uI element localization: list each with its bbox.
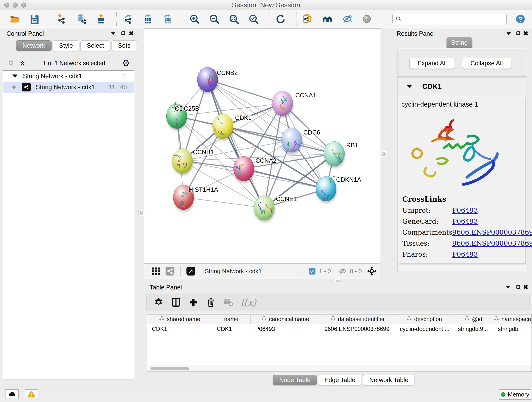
collapse-all-button[interactable]: Collapse All (462, 58, 511, 69)
column-header-description[interactable]: description (395, 314, 453, 324)
svg-text:?: ? (518, 16, 522, 23)
tab-string[interactable]: String (447, 37, 472, 48)
column-header-name[interactable]: name (212, 314, 251, 324)
network-node-CDKN1A[interactable]: CDKN1A (316, 176, 361, 203)
results-panel-menu-icon[interactable] (506, 32, 511, 35)
column-header--id[interactable]: @id (453, 314, 493, 324)
table-cell[interactable]: cyclin-dependent ... (395, 324, 453, 334)
results-scrollbar[interactable] (399, 264, 526, 271)
table-panel-menu-icon[interactable] (506, 286, 510, 289)
table-cell[interactable]: 9606.ENSP00000378699 (320, 324, 395, 334)
network-node-CDC6[interactable]: CDC6 (281, 128, 320, 154)
network-node-CCNB1[interactable]: CCNB1 (172, 148, 214, 175)
table-cell[interactable]: P06493 (251, 324, 320, 334)
warning-button[interactable] (25, 389, 38, 399)
hidden-eye-icon[interactable] (338, 267, 347, 275)
zoom-out-icon[interactable] (209, 14, 220, 24)
add-column-icon[interactable] (188, 297, 198, 307)
results-panel-close-icon[interactable]: ✖ (523, 31, 528, 37)
share-document-icon[interactable] (302, 14, 313, 24)
help-icon[interactable]: ? (515, 14, 525, 24)
column-header-database-identifier[interactable]: database identifier (320, 314, 395, 324)
import-network-from-database-icon[interactable] (76, 14, 87, 24)
network-collection-row[interactable]: String Network - cdk1 1 (3, 70, 134, 82)
tab-node-table[interactable]: Node Table (273, 375, 317, 385)
network-node-CDK1[interactable]: CDK1 (212, 114, 252, 141)
table-settings-gear-icon[interactable] (153, 297, 164, 307)
network-canvas[interactable]: CCNB2CCNA1CDC25BCDK1CDC6RB1CCNB1CCNA2CDK… (144, 29, 380, 263)
import-network-icon[interactable] (56, 14, 67, 24)
gene-expander-icon[interactable] (407, 85, 412, 88)
cloud-button[interactable] (5, 389, 19, 399)
tab-sets[interactable]: Sets (112, 40, 137, 51)
show-graphics-icon[interactable] (361, 14, 372, 24)
zoom-fit-icon[interactable] (229, 14, 239, 24)
network-node-HIST1H1A[interactable]: HIST1H1A (173, 185, 218, 212)
table-cell[interactable]: CDK1 (212, 324, 251, 334)
tab-network-table[interactable]: Network Table (363, 375, 415, 385)
results-panel-float-icon[interactable] (516, 32, 520, 35)
refresh-icon[interactable] (275, 14, 286, 24)
network-node-CCNB2[interactable]: CCNB2 (197, 67, 238, 94)
right-splitter-grip[interactable] (381, 151, 387, 157)
memory-button[interactable]: Memory (499, 389, 531, 400)
pan-crosshair-icon[interactable] (367, 266, 377, 276)
network-edge[interactable] (208, 80, 283, 103)
table-cell[interactable]: stringdb:9... (453, 324, 493, 334)
export-network-icon[interactable] (123, 14, 133, 24)
crosslink-link[interactable]: 9606.ENSP00000378699 (452, 240, 532, 247)
left-splitter-grip[interactable] (138, 210, 144, 216)
zoom-in-icon[interactable] (189, 14, 200, 24)
zoom-selected-icon[interactable] (248, 14, 259, 24)
show-columns-icon[interactable] (171, 297, 181, 307)
table-cell[interactable]: CDK1 (147, 324, 212, 334)
control-panel-menu-icon[interactable] (111, 32, 115, 35)
birds-eye-view-icon[interactable] (186, 266, 196, 276)
export-image-icon[interactable] (162, 14, 173, 24)
table-panel-close-icon[interactable]: ✖ (523, 284, 528, 290)
network-options-gear-icon[interactable]: ⚙ (122, 58, 130, 68)
network-node-CCNA2[interactable]: CCNA2 (234, 156, 277, 183)
expand-all-networks-icon[interactable] (19, 60, 26, 66)
expand-all-button[interactable]: Expand All (409, 58, 455, 69)
table-scrollbar[interactable] (147, 366, 532, 371)
grid-view-icon[interactable] (151, 266, 161, 276)
network-view: CCNB2CCNA1CDC25BCDK1CDC6RB1CCNB1CCNA2CDK… (144, 28, 381, 279)
crosslink-link[interactable]: P06493 (452, 217, 478, 225)
table-panel-float-icon[interactable] (516, 285, 520, 289)
table-cell[interactable]: stringdb (493, 324, 532, 334)
home-icon[interactable] (322, 14, 333, 24)
column-header-canonical-name[interactable]: canonical name (251, 314, 320, 324)
column-header-namespace[interactable]: namespace (493, 314, 532, 324)
crosslink-link[interactable]: P06493 (452, 250, 478, 258)
gene-header[interactable]: CDK1 (398, 77, 527, 96)
network-edge[interactable] (184, 197, 264, 208)
network-node-RB1[interactable]: RB1 (324, 141, 358, 168)
control-panel-close-icon[interactable]: ✖ (128, 31, 134, 37)
collection-expander-icon[interactable] (12, 75, 17, 78)
tab-select[interactable]: Select (80, 40, 110, 51)
network-node-CCNA1[interactable]: CCNA1 (272, 91, 317, 118)
table-header-row: shared namenamecanonical namedatabase id… (147, 314, 532, 324)
save-session-icon[interactable] (29, 14, 40, 24)
control-panel-float-icon[interactable] (121, 32, 125, 35)
import-table-icon[interactable] (96, 14, 106, 24)
selected-checkbox-icon[interactable] (308, 268, 316, 275)
network-share-icon[interactable] (165, 266, 175, 276)
crosslink-link[interactable]: 9606.ENSP00000378699 (452, 229, 532, 236)
delete-column-icon[interactable] (206, 297, 216, 307)
column-header-shared-name[interactable]: shared name (147, 314, 212, 324)
search-input[interactable] (402, 15, 506, 23)
collapse-all-networks-icon[interactable] (7, 60, 15, 66)
open-session-icon[interactable] (10, 14, 20, 24)
network-node-CDC25B[interactable]: CDC25B (166, 102, 199, 131)
export-table-icon[interactable] (143, 14, 153, 24)
tab-style[interactable]: Style (53, 40, 79, 51)
tab-edge-table[interactable]: Edge Table (318, 375, 362, 385)
table-row[interactable]: CDK1CDK1P064939606.ENSP00000378699cyclin… (147, 324, 532, 334)
network-row[interactable]: String Network - cdk1 11 48 (3, 82, 134, 93)
crosslink-link[interactable]: P06493 (452, 206, 478, 214)
hide-graphics-icon[interactable] (342, 14, 352, 24)
table-scrollbar-thumb[interactable] (151, 367, 189, 370)
tab-network[interactable]: Network (16, 40, 51, 51)
